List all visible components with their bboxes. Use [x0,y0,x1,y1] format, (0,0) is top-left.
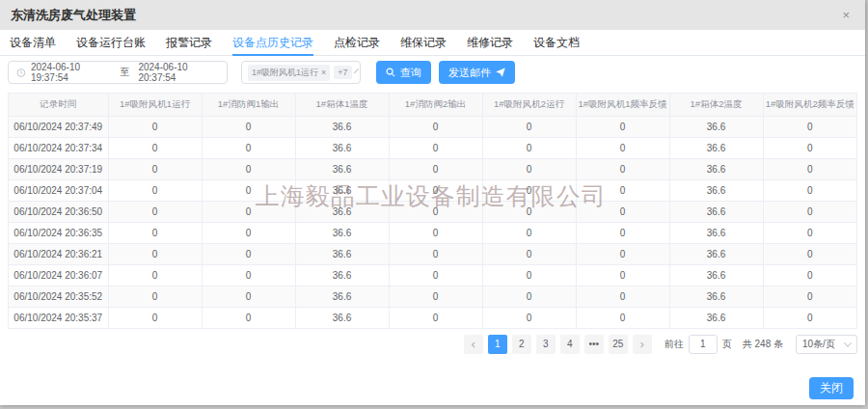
tab-item[interactable]: 设备点历史记录 [232,30,313,55]
value-cell: 0 [108,179,202,201]
paper-plane-icon [496,68,505,77]
prev-page-icon[interactable]: ‹ [464,335,483,354]
value-cell: 0 [763,222,856,243]
tab-item[interactable]: 点检记录 [334,30,380,55]
value-cell: 0 [108,243,202,264]
value-cell: 36.6 [295,137,389,158]
tab-label: 维保记录 [400,35,447,51]
date-start-value[interactable]: 2024-06-10 19:37:54 [31,62,112,83]
value-cell: 0 [202,137,295,158]
value-cell: 36.6 [669,243,763,264]
next-page-icon[interactable]: › [633,335,652,354]
column-header: 1#箱体1温度 [295,94,389,116]
tab-label: 报警记录 [166,35,212,51]
goto-label: 前往 [665,338,684,351]
date-range-separator: 至 [120,66,129,79]
point-multiselect[interactable]: 1#吸附风机1运行 × +7 [241,61,361,84]
value-cell: 0 [202,286,295,307]
value-cell: 36.6 [295,158,389,179]
value-cell: 36.6 [669,307,763,328]
table-header-row: 记录时间 1#吸附风机1运行 1#消防阀1输出 1#箱体1温度 1#消防阀2输出… [9,94,856,116]
clock-icon [16,68,26,78]
value-cell: 0 [389,158,482,179]
tab-item[interactable]: 设备文档 [533,30,580,55]
more-tags-badge[interactable]: +7 [334,66,351,79]
tab-label: 设备运行台账 [76,35,146,51]
value-cell: 0 [763,158,856,179]
value-cell: 0 [389,179,482,201]
value-cell: 36.6 [669,116,763,137]
value-cell: 36.6 [669,158,763,179]
tab-item[interactable]: 维保记录 [400,30,447,55]
dialog-footer: 关闭 [809,377,854,399]
value-cell: 0 [108,116,202,137]
tab-item[interactable]: 设备清单 [10,30,56,55]
page-size-value: 10条/页 [802,338,835,351]
value-cell: 0 [108,158,202,179]
page-number-button[interactable]: ••• [584,335,604,354]
value-cell: 0 [576,264,669,286]
value-cell: 36.6 [669,137,763,158]
page-number-button[interactable]: 3 [536,335,556,354]
value-cell: 36.6 [295,243,389,264]
tab-item[interactable]: 设备运行台账 [76,30,146,55]
record-time-cell: 06/10/2024 20:37:19 [9,158,108,179]
tab-item[interactable]: 报警记录 [166,30,212,55]
total-count-label: 共 248 条 [743,338,783,351]
table-row: 06/10/2024 20:36:50 0 0 36.6 0 0 [9,201,856,222]
value-cell: 0 [763,264,856,286]
dialog-close-icon[interactable]: × [842,9,850,21]
record-time-cell: 06/10/2024 20:37:04 [9,179,108,201]
column-header: 1#吸附风机1运行 [108,94,202,116]
goto-page-input[interactable] [689,335,718,354]
value-cell: 36.6 [669,179,763,201]
value-cell: 0 [763,307,856,328]
close-button-label: 关闭 [820,380,843,396]
table-row: 06/10/2024 20:37:49 0 0 36.6 0 0 [9,116,856,137]
column-header: 1#箱体2温度 [669,94,763,116]
value-cell: 0 [389,264,482,286]
page-number-list: 1 2 3 4 ••• 25 [488,335,628,354]
column-header: 1#消防阀1输出 [202,94,295,116]
page-size-select[interactable]: 10条/页 [796,335,857,354]
value-cell: 0 [482,264,576,286]
value-cell: 0 [202,158,295,179]
tab-label: 点检记录 [334,35,380,51]
tab-item[interactable]: 维修记录 [467,30,513,55]
date-end-value[interactable]: 2024-06-10 20:37:54 [138,62,219,83]
value-cell: 0 [389,307,482,328]
table-row: 06/10/2024 20:35:52 0 0 36.6 0 0 [9,286,856,307]
value-cell: 0 [108,201,202,222]
close-button[interactable]: 关闭 [809,377,854,399]
filter-toolbar: 2024-06-10 19:37:54 至 2024-06-10 20:37:5… [0,56,865,89]
page-number-button[interactable]: 1 [488,335,507,354]
query-button-label: 查询 [400,66,421,80]
tag-remove-icon[interactable]: × [321,68,326,77]
value-cell: 0 [576,137,669,158]
value-cell: 36.6 [669,222,763,243]
column-header: 1#吸附风机2运行 [482,94,576,116]
send-mail-button[interactable]: 发送邮件 [439,61,515,84]
table-row: 06/10/2024 20:37:19 0 0 36.6 0 0 [9,158,856,179]
tab-bar: 设备清单 设备运行台账 报警记录 设备点历史记录 点检记录 维保记录 维修记 [0,30,865,56]
value-cell: 36.6 [295,307,389,328]
value-cell: 0 [202,179,295,201]
value-cell: 36.6 [669,264,763,286]
record-time-cell: 06/10/2024 20:37:34 [9,137,108,158]
record-time-cell: 06/10/2024 20:36:35 [9,222,108,243]
page-number-button[interactable]: 2 [512,335,531,354]
tab-label: 维修记录 [467,35,513,51]
value-cell: 0 [763,201,856,222]
value-cell: 0 [389,286,482,307]
query-button[interactable]: 查询 [376,61,431,84]
value-cell: 36.6 [295,201,389,222]
value-cell: 0 [763,116,856,137]
value-cell: 0 [576,243,669,264]
page-number-button[interactable]: 4 [560,335,580,354]
tab-label: 设备文档 [533,35,580,51]
dialog-header: 东清洗房废气处理装置 × [0,0,865,30]
datetime-range-picker[interactable]: 2024-06-10 19:37:54 至 2024-06-10 20:37:5… [8,61,228,84]
value-cell: 0 [108,307,202,328]
value-cell: 0 [482,179,576,201]
page-number-button[interactable]: 25 [609,335,628,354]
